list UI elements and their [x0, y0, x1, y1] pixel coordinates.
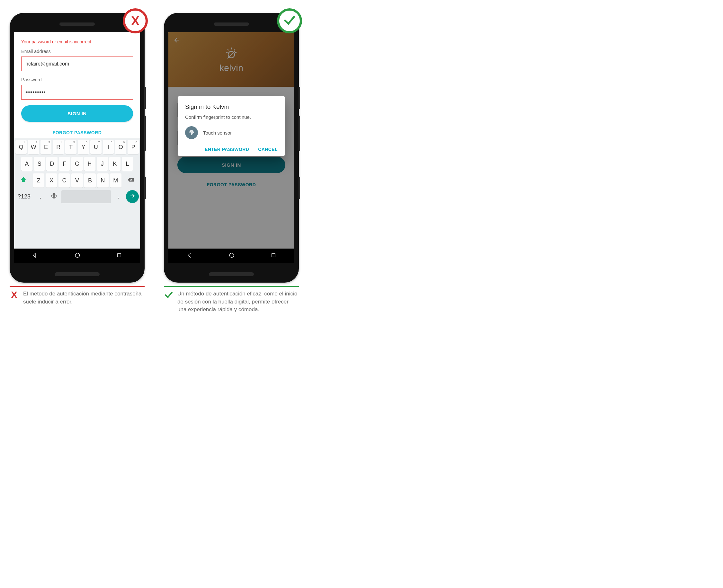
- key-p[interactable]: P0: [127, 140, 139, 154]
- comparison-container: X Your password or email is incorrect Em…: [9, 13, 714, 314]
- svg-line-6: [227, 49, 228, 50]
- password-field[interactable]: [21, 85, 133, 100]
- side-button: [299, 176, 300, 199]
- touch-sensor-label: Touch sensor: [203, 130, 232, 135]
- svg-line-4: [227, 51, 235, 59]
- forgot-password-link[interactable]: FORGOT PASSWORD: [177, 182, 285, 187]
- key-j[interactable]: J: [97, 157, 108, 171]
- nav-home-icon[interactable]: [228, 252, 235, 260]
- email-label: Email address: [21, 49, 133, 54]
- nav-back-icon[interactable]: [186, 252, 193, 260]
- key-a[interactable]: A: [21, 157, 33, 171]
- key-u[interactable]: U7: [90, 140, 102, 154]
- signin-button[interactable]: SIGN IN: [21, 105, 133, 122]
- back-arrow-icon[interactable]: [174, 37, 181, 46]
- key-k[interactable]: K: [109, 157, 121, 171]
- globe-icon: [51, 193, 57, 201]
- key-e[interactable]: E3: [40, 140, 52, 154]
- earpiece: [214, 22, 249, 26]
- home-slot: [209, 272, 254, 276]
- arrow-right-icon: [129, 193, 136, 201]
- key-enter[interactable]: [126, 190, 139, 203]
- phone-frame-left: Your password or email is incorrect Emai…: [9, 13, 145, 282]
- side-button: [144, 115, 146, 151]
- svg-line-9: [235, 52, 237, 52]
- svg-rect-11: [272, 254, 275, 257]
- key-g[interactable]: G: [71, 157, 83, 171]
- shift-icon: [20, 176, 27, 185]
- dialog-title: Sign in to Kelvin: [185, 103, 278, 110]
- key-q[interactable]: Q1: [16, 140, 27, 154]
- hero-banner: kelvin: [168, 32, 294, 87]
- key-o[interactable]: O9: [115, 140, 126, 154]
- key-comma[interactable]: ,: [34, 190, 46, 203]
- fingerprint-icon: [185, 126, 198, 139]
- key-m[interactable]: M: [110, 173, 121, 188]
- svg-rect-2: [118, 254, 121, 257]
- side-button: [299, 115, 300, 151]
- caption-bad-text: El método de autenticación mediante cont…: [23, 290, 145, 306]
- key-r[interactable]: R4: [53, 140, 64, 154]
- kelvin-logo-icon: [224, 46, 239, 62]
- nav-recent-icon[interactable]: [116, 252, 122, 259]
- backspace-icon: [127, 176, 134, 185]
- svg-line-8: [226, 52, 227, 52]
- x-mark-icon: X: [9, 290, 19, 300]
- key-w[interactable]: W2: [28, 140, 39, 154]
- earpiece: [59, 22, 95, 26]
- caption-bad: X El método de autenticación mediante co…: [9, 286, 145, 306]
- key-d[interactable]: D: [46, 157, 58, 171]
- key-v[interactable]: V: [71, 173, 83, 188]
- key-x[interactable]: X: [46, 173, 57, 188]
- side-button: [299, 87, 300, 109]
- signin-form: Your password or email is incorrect Emai…: [14, 32, 140, 138]
- forgot-password-link[interactable]: FORGOT PASSWORD: [21, 130, 133, 134]
- check-icon: [283, 14, 296, 28]
- key-shift[interactable]: [16, 173, 32, 188]
- key-y[interactable]: Y6: [78, 140, 89, 154]
- password-label: Password: [21, 77, 133, 82]
- key-f[interactable]: F: [59, 157, 70, 171]
- fingerprint-dialog: Sign in to Kelvin Confirm fingerprint to…: [178, 96, 285, 156]
- svg-line-7: [234, 49, 235, 50]
- phone-frame-right: kelvin Email address Password SIGN IN FO…: [164, 13, 299, 282]
- example-bad-column: X Your password or email is incorrect Em…: [9, 13, 145, 306]
- error-message: Your password or email is incorrect: [21, 39, 133, 44]
- key-i[interactable]: I8: [103, 140, 114, 154]
- brand-name: kelvin: [219, 63, 244, 73]
- home-slot: [55, 272, 100, 276]
- nav-back-icon[interactable]: [32, 252, 39, 260]
- example-good-column: kelvin Email address Password SIGN IN FO…: [164, 13, 299, 314]
- key-b[interactable]: B: [84, 173, 96, 188]
- signin-button[interactable]: SIGN IN: [177, 157, 285, 173]
- x-mark-icon: X: [131, 14, 139, 28]
- caption-bar-good: [164, 286, 299, 287]
- key-h[interactable]: H: [84, 157, 96, 171]
- android-navbar: [168, 249, 294, 263]
- key-s[interactable]: S: [34, 157, 45, 171]
- key-language[interactable]: [48, 190, 60, 203]
- cancel-button[interactable]: CANCEL: [258, 147, 278, 152]
- key-space[interactable]: [61, 190, 111, 203]
- key-l[interactable]: L: [122, 157, 133, 171]
- key-z[interactable]: Z: [33, 173, 44, 188]
- caption-good-text: Un método de autenticación eficaz, como …: [177, 290, 299, 314]
- svg-point-1: [75, 253, 79, 257]
- enter-password-button[interactable]: ENTER PASSWORD: [205, 147, 249, 152]
- screen-right-content: kelvin Email address Password SIGN IN FO…: [168, 32, 294, 249]
- key-t[interactable]: T5: [65, 140, 77, 154]
- dialog-subtitle: Confirm fingerprint to continue.: [185, 114, 278, 120]
- nav-recent-icon[interactable]: [270, 252, 276, 259]
- key-n[interactable]: N: [97, 173, 108, 188]
- key-c[interactable]: C: [59, 173, 70, 188]
- screen-right: kelvin Email address Password SIGN IN FO…: [168, 32, 294, 263]
- key-period[interactable]: .: [112, 190, 125, 203]
- key-symbols[interactable]: ?123: [16, 190, 33, 203]
- badge-correct: [277, 8, 302, 34]
- nav-home-icon[interactable]: [74, 252, 81, 260]
- email-field[interactable]: [21, 57, 133, 71]
- side-button: [144, 87, 146, 109]
- key-backspace[interactable]: [123, 173, 139, 188]
- check-icon: [164, 290, 173, 301]
- screen-left: Your password or email is incorrect Emai…: [14, 32, 140, 263]
